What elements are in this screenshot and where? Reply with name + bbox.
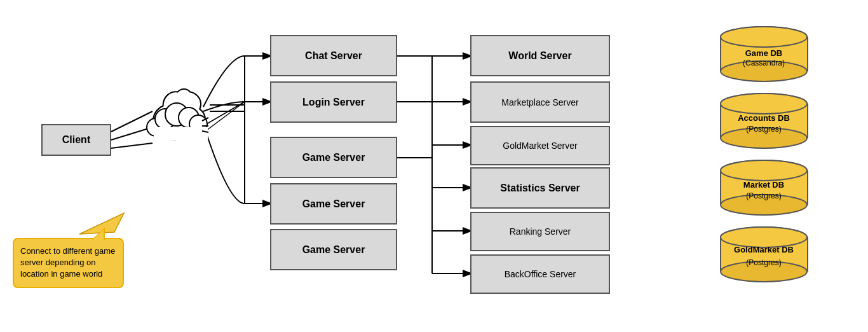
login-server-label: Login Server	[302, 97, 365, 108]
game-server-1-box: Game Server	[270, 137, 397, 178]
client-label: Client	[62, 134, 90, 146]
game-db-container: Game DB (Cassandra)	[718, 25, 810, 85]
game-db-icon: Game DB (Cassandra)	[718, 25, 810, 83]
accounts-db-container: Accounts DB (Postgres)	[718, 92, 810, 152]
game-server-2-box: Game Server	[270, 183, 397, 225]
svg-text:Game DB: Game DB	[745, 48, 783, 58]
statistics-server-label: Statistics Server	[500, 183, 580, 194]
world-server-box: World Server	[470, 35, 610, 76]
svg-text:Accounts DB: Accounts DB	[738, 113, 790, 123]
accounts-db-icon: Accounts DB (Postgres)	[718, 92, 810, 149]
marketplace-server-label: Marketplace Server	[501, 97, 578, 107]
goldmarket-db-icon: GoldMarket DB (Postgres)	[718, 226, 810, 283]
svg-text:Market DB: Market DB	[743, 180, 784, 190]
ranking-server-box: Ranking Server	[470, 212, 610, 251]
annotation-text: Connect to different game server dependi…	[20, 246, 115, 279]
market-db-container: Market DB (Postgres)	[718, 159, 810, 219]
chat-server-box: Chat Server	[270, 35, 397, 76]
world-server-label: World Server	[508, 50, 571, 62]
login-server-box: Login Server	[270, 81, 397, 123]
chat-server-label: Chat Server	[305, 50, 362, 62]
game-server-3-box: Game Server	[270, 229, 397, 270]
game-server-3-label: Game Server	[302, 244, 365, 256]
architecture-diagram: Client Chat Server Login Server Game Ser…	[0, 0, 868, 332]
goldmarket-server-box: GoldMarket Server	[470, 126, 610, 165]
cloud-brain-icon	[140, 83, 216, 159]
marketplace-server-box: Marketplace Server	[470, 81, 610, 123]
ranking-server-label: Ranking Server	[510, 226, 571, 237]
svg-text:(Cassandra): (Cassandra)	[743, 59, 785, 67]
game-server-1-label: Game Server	[302, 152, 365, 163]
svg-text:GoldMarket DB: GoldMarket DB	[734, 245, 794, 254]
annotation-bubble: Connect to different game server dependi…	[13, 238, 124, 288]
svg-point-43	[721, 93, 807, 114]
svg-rect-26	[154, 127, 208, 140]
svg-point-51	[721, 160, 807, 181]
svg-point-35	[721, 27, 807, 47]
annotation-container: Connect to different game server dependi…	[13, 210, 124, 288]
svg-text:(Postgres): (Postgres)	[746, 258, 781, 267]
backoffice-server-box: BackOffice Server	[470, 254, 610, 294]
statistics-server-box: Statistics Server	[470, 167, 610, 209]
goldmarket-db-container: GoldMarket DB (Postgres)	[718, 226, 810, 286]
svg-text:(Postgres): (Postgres)	[746, 191, 781, 200]
client-box: Client	[41, 124, 111, 156]
goldmarket-server-label: GoldMarket Server	[503, 141, 577, 151]
game-server-2-label: Game Server	[302, 198, 365, 210]
svg-text:(Postgres): (Postgres)	[746, 125, 781, 134]
backoffice-server-label: BackOffice Server	[505, 269, 576, 279]
market-db-icon: Market DB (Postgres)	[718, 159, 810, 216]
